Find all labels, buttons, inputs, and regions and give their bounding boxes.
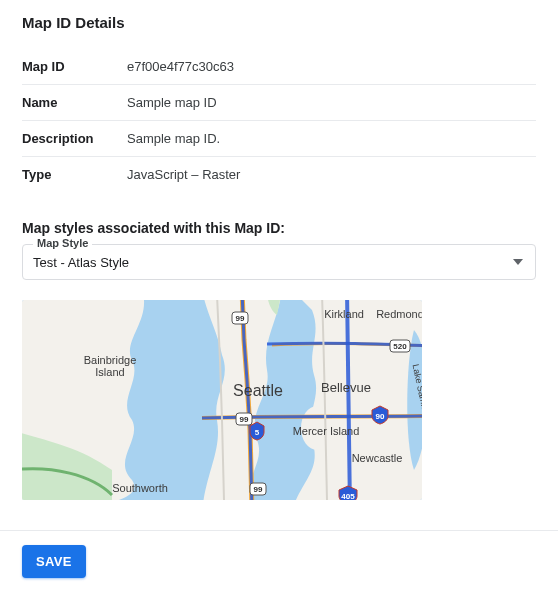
detail-label-type: Type — [22, 157, 127, 193]
detail-label-description: Description — [22, 121, 127, 157]
footer: SAVE — [0, 530, 558, 596]
detail-value-type: JavaScript – Raster — [127, 157, 536, 193]
shield-i90: 90 — [372, 406, 388, 424]
label-seattle: Seattle — [233, 382, 283, 399]
label-kirkland: Kirkland — [324, 308, 364, 320]
svg-text:99: 99 — [240, 415, 249, 424]
svg-text:405: 405 — [341, 492, 355, 500]
label-southworth: Southworth — [112, 482, 168, 494]
detail-value-description: Sample map ID. — [127, 121, 536, 157]
svg-text:99: 99 — [254, 485, 263, 494]
label-newcastle: Newcastle — [352, 452, 403, 464]
detail-value-mapid: e7f00e4f77c30c63 — [127, 49, 536, 85]
svg-text:5: 5 — [255, 428, 260, 437]
svg-text:90: 90 — [376, 412, 385, 421]
table-row: Type JavaScript – Raster — [22, 157, 536, 193]
svg-text:99: 99 — [236, 314, 245, 323]
chevron-down-icon — [513, 259, 523, 265]
map-style-select[interactable]: Map Style Test - Atlas Style — [22, 244, 536, 280]
save-button[interactable]: SAVE — [22, 545, 86, 578]
detail-value-name: Sample map ID — [127, 85, 536, 121]
select-legend: Map Style — [33, 237, 92, 249]
details-table: Map ID e7f00e4f77c30c63 Name Sample map … — [22, 49, 536, 192]
label-bainbridge2: Island — [95, 366, 124, 378]
shield-i5: 5 — [250, 422, 264, 440]
page-title: Map ID Details — [22, 14, 536, 31]
shield-99-c: 99 — [250, 483, 266, 495]
label-redmond: Redmond — [376, 308, 422, 320]
label-bellevue: Bellevue — [321, 380, 371, 395]
label-bainbridge1: Bainbridge — [84, 354, 137, 366]
table-row: Map ID e7f00e4f77c30c63 — [22, 49, 536, 85]
detail-label-name: Name — [22, 85, 127, 121]
map-preview: 99 99 99 5 90 405 — [22, 300, 422, 500]
shield-520: 520 — [390, 340, 410, 352]
label-mercer: Mercer Island — [293, 425, 360, 437]
detail-label-mapid: Map ID — [22, 49, 127, 85]
table-row: Name Sample map ID — [22, 85, 536, 121]
shield-99-b: 99 — [236, 413, 252, 425]
select-value: Test - Atlas Style — [33, 255, 129, 270]
styles-heading: Map styles associated with this Map ID: — [22, 220, 536, 236]
shield-99: 99 — [232, 312, 248, 324]
table-row: Description Sample map ID. — [22, 121, 536, 157]
svg-text:520: 520 — [393, 342, 407, 351]
